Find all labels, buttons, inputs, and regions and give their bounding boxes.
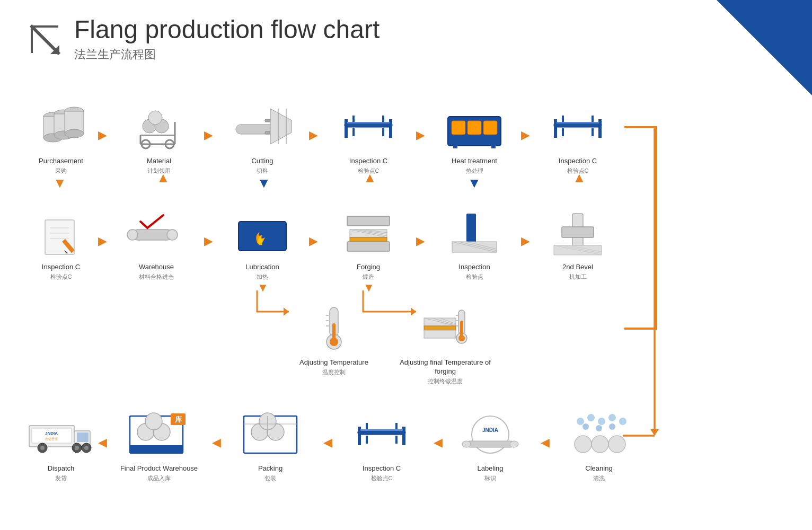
arrow-r4-4: ◀ [434,436,443,449]
svg-rect-48 [592,116,594,126]
final-wh-label-en: Final Product Warehouse [120,464,198,473]
step-lubrication: Lubrication 加热 [220,207,305,281]
warehouse-label-cn: 材料合格进仓 [139,273,174,281]
arrow-r2-3: ▶ [309,234,318,248]
step-inspection: Inspection 检验点 [432,207,517,281]
svg-point-117 [84,446,89,450]
arrow-r4-3: ◀ [323,436,332,449]
packing-label-cn: 包装 [264,474,276,482]
svg-rect-32 [382,116,384,126]
forging-label-cn: 锻造 [363,273,374,281]
step-purchasement: Purchasement 采购 [19,101,103,175]
svg-rect-42 [453,145,457,148]
svg-rect-53 [592,128,594,136]
svg-rect-98 [424,330,456,338]
insp-c3-icon [29,207,93,260]
svg-rect-131 [358,430,405,435]
dispatch-label-en: Dispatch [48,464,75,473]
svg-point-148 [598,418,605,425]
step-final-warehouse: 库 Final Product Warehouse 成品入库 [114,408,204,482]
arrow-r4-2: ◀ [212,436,221,449]
svg-marker-25 [270,109,292,144]
svg-rect-36 [352,128,355,136]
svg-rect-97 [424,326,456,330]
final-wh-label-cn: 成品入库 [147,474,171,482]
step-packing: Packing 包装 [228,408,313,482]
svg-point-145 [510,441,518,447]
svg-rect-37 [382,128,384,136]
step-warehouse: Warehouse 材料合格进仓 [114,207,199,281]
step-material: Material 计划领用 [117,101,201,175]
lubrication-label-cn: 加热 [257,273,268,281]
orange-l-bracket-temp [220,290,289,333]
arrow-purchasement-down: ▼ [53,175,67,191]
svg-rect-51 [598,127,602,138]
arrow-r1-3: ▶ [309,128,318,142]
lubrication-label-en: Lubrication [245,263,279,272]
svg-rect-140 [395,436,398,444]
svg-rect-135 [395,423,398,434]
arrow-r2-5: ▶ [521,234,530,248]
svg-rect-31 [352,116,355,126]
svg-text:JNDIA: JNDIA [482,427,498,433]
packing-icon [239,408,302,461]
svg-rect-40 [467,121,481,135]
insp-c2-label-en: Inspection C [559,157,597,166]
arrow-r4-1: ◀ [98,436,107,449]
svg-point-154 [575,436,592,453]
svg-point-147 [587,414,595,421]
svg-rect-47 [562,116,564,126]
arrow-r1-1: ▶ [98,128,107,142]
svg-point-152 [596,425,602,431]
arrow-cutting-down: ▼ [257,175,271,191]
insp-c3-label-en: Inspection C [42,263,80,272]
step-forging: Forging 锻造 [326,207,411,281]
insp-c3-label-cn: 检验点C [50,273,72,281]
cutting-label-cn: 切料 [257,167,268,175]
cleaning-label-en: Cleaning [585,464,612,473]
arrow-r2-1: ▶ [98,234,107,248]
adj-final-temp-label-cn: 控制终锻温度 [428,377,463,385]
svg-rect-60 [133,229,172,240]
cleaning-icon [567,408,631,461]
svg-rect-43 [491,145,496,148]
svg-rect-63 [239,222,286,251]
step-labeling: JNDIA Labeling 标识 [448,408,533,482]
svg-text:志达管业: 志达管业 [45,437,58,440]
adj-final-temp-label-en: Adjusting final Temperature of forging [392,358,498,376]
header: Flang production flow chart 法兰生产流程图 [27,16,379,63]
svg-rect-108 [77,432,89,442]
insp-c1-label-en: Inspection C [349,157,387,166]
svg-rect-50 [554,127,557,138]
step-inspection-c1: Inspection C 检验点C [326,101,411,175]
svg-point-12 [65,129,84,138]
svg-rect-79 [562,227,594,237]
title-chinese: 法兰生产流程图 [74,47,379,63]
svg-point-21 [148,111,162,125]
step-heat-treatment: Heat treatment 热处理 [432,101,517,175]
inspection-c2-icon [546,101,610,154]
svg-point-115 [75,446,79,450]
step-inspection-c3: Inspection C 检验点C [19,207,103,281]
svg-rect-41 [483,121,497,135]
dispatch-icon: JNDIA 志达管业 [29,408,93,461]
arrow-heat-down: ▼ [467,175,481,191]
heat-treatment-icon [443,101,506,154]
warehouse-icon [125,207,188,260]
svg-point-151 [582,423,589,430]
packing-label-en: Packing [258,464,283,473]
arrow-r1-4: ▶ [416,128,425,142]
adj-temp-label-en: Adjusting Temperature [299,358,368,367]
svg-point-149 [608,414,616,421]
svg-rect-28 [345,123,392,127]
arrow-r2-2: ▶ [204,234,213,248]
labeling-icon: JNDIA [458,408,522,461]
svg-point-113 [40,446,45,450]
svg-rect-72 [466,214,476,243]
svg-point-153 [609,423,615,430]
svg-rect-70 [350,237,387,242]
step-inspection-c2: Inspection C 检验点C [535,101,620,175]
arrow-r1-5: ▶ [521,128,530,142]
svg-rect-35 [389,127,392,138]
material-label-en: Material [147,157,171,166]
